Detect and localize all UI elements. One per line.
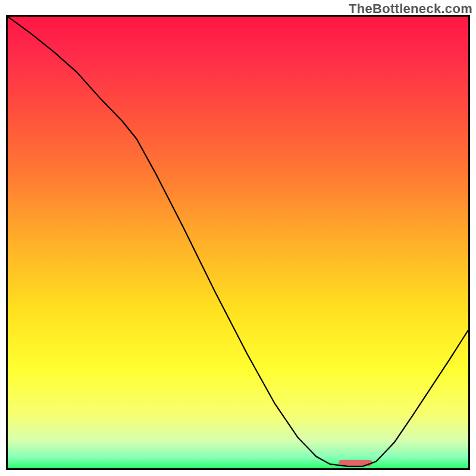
- gradient-background: [8, 17, 468, 468]
- plot-area: [6, 15, 470, 470]
- plot-svg: [8, 17, 468, 468]
- watermark-text: TheBottleneck.com: [349, 1, 472, 17]
- chart-container: TheBottleneck.com: [0, 0, 476, 476]
